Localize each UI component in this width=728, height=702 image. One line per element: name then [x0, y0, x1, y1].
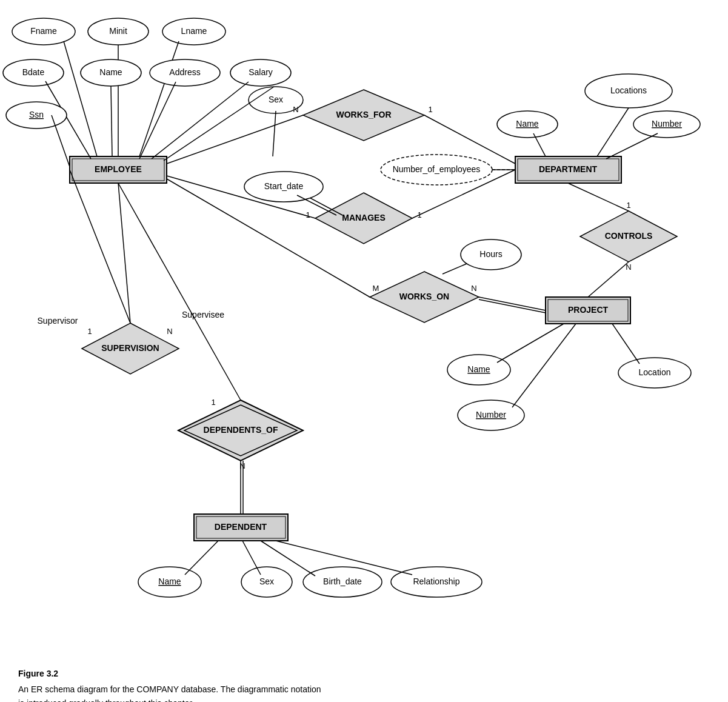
project-label: PROJECT — [568, 305, 609, 315]
emp-sex-connect — [164, 87, 274, 161]
supervision-n: N — [167, 327, 172, 336]
controls-n-proj: N — [626, 262, 631, 272]
minit-text: Minit — [109, 26, 127, 36]
dependents-of-1: 1 — [211, 398, 215, 407]
salary-text: Salary — [249, 67, 273, 77]
relationship-text: Relationship — [413, 577, 459, 586]
supervision-1: 1 — [87, 327, 92, 336]
figure-caption: Figure 3.2 An ER schema diagram for the … — [0, 661, 728, 702]
employee-label: EMPLOYEE — [95, 164, 142, 174]
works-for-n: N — [293, 105, 298, 114]
dep-name-line — [185, 541, 218, 575]
er-diagram: .entity-rect { fill: #d0d0d0; stroke: #0… — [0, 0, 728, 661]
manages-1-dept: 1 — [417, 210, 421, 219]
emp-name-line — [111, 86, 112, 156]
proj-number-text: Number — [476, 410, 506, 420]
birth-date-text: Birth_date — [323, 577, 362, 586]
supervision-label: SUPERVISION — [101, 343, 159, 353]
dependents-of-label: DEPENDENTS_OF — [204, 425, 278, 435]
lname-line — [139, 41, 179, 156]
dept-number-line — [606, 133, 658, 159]
works-on-label: WORKS_ON — [399, 292, 449, 301]
dependents-of-n: N — [239, 461, 245, 470]
dept-controls-line — [568, 183, 629, 211]
works-on-n: N — [471, 284, 476, 293]
address-text: Address — [169, 67, 200, 77]
dept-name-text: Name — [516, 119, 539, 129]
locations-line — [597, 108, 629, 156]
works-for-1: 1 — [428, 105, 432, 114]
proj-number-line — [512, 324, 576, 407]
works-for-label: WORKS_FOR — [336, 110, 392, 119]
works-on-proj-line2 — [479, 299, 546, 313]
dep-name-text: Name — [158, 577, 181, 586]
controls-proj-line — [588, 262, 629, 297]
dept-number-text: Number — [652, 119, 682, 129]
emp-works-for-line — [167, 115, 303, 164]
start-date-text: Start_date — [264, 181, 304, 191]
controls-label: CONTROLS — [605, 231, 653, 241]
supervisor-label: Supervisor — [38, 316, 78, 326]
ssn-text: Ssn — [29, 110, 44, 119]
works-on-m: M — [373, 284, 379, 293]
emp-supervision-supervisor-line — [70, 170, 130, 323]
emp-name-text: Name — [99, 67, 122, 77]
caption-line2: is introduced gradually throughout this … — [18, 697, 710, 702]
salary-line — [152, 82, 249, 159]
controls-1-dept: 1 — [626, 201, 630, 210]
supervisee-label: Supervisee — [182, 310, 224, 319]
emp-sex-text: Sex — [269, 95, 283, 104]
emp-sex-line — [273, 111, 276, 156]
lname-text: Lname — [181, 26, 207, 36]
address-line — [139, 82, 176, 159]
hours-line — [442, 264, 467, 274]
fname-text: Fname — [30, 26, 57, 36]
num-employees-text: Number_of_employees — [393, 164, 481, 174]
works-on-proj-line1 — [479, 297, 546, 310]
figure-title: Figure 3.2 — [18, 667, 710, 680]
manages-label: MANAGES — [342, 213, 386, 222]
locations-text: Locations — [610, 85, 647, 95]
manages-1-emp: 1 — [306, 210, 310, 219]
location-text: Location — [639, 367, 671, 377]
location-line — [612, 324, 640, 364]
proj-name-text: Name — [467, 364, 490, 374]
dep-sex-text: Sex — [259, 577, 274, 586]
proj-name-line — [497, 324, 564, 363]
fname-line — [64, 41, 97, 156]
department-label: DEPARTMENT — [539, 164, 598, 174]
start-date-manages-conn — [297, 195, 336, 215]
caption-line1: An ER schema diagram for the COMPANY dat… — [18, 683, 710, 696]
hours-text: Hours — [479, 249, 502, 259]
bdate-text: Bdate — [22, 67, 45, 77]
dependent-label: DEPENDENT — [215, 522, 267, 532]
emp-supervision-supervisee-line — [118, 183, 130, 323]
